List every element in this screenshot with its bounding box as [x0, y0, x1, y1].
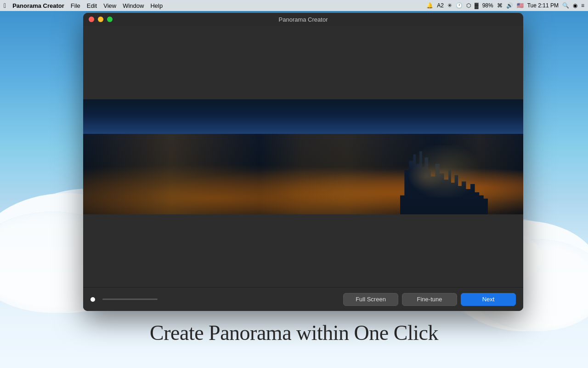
panorama-image [83, 99, 523, 214]
menu-file[interactable]: File [71, 2, 80, 9]
maximize-button[interactable] [107, 17, 113, 22]
battery-percent: 98% [482, 2, 493, 9]
menubar:  Panorama Creator File Edit View Window… [0, 0, 588, 11]
menu-edit[interactable]: Edit [87, 2, 97, 9]
finetune-button[interactable]: Fine-tune [402, 293, 457, 306]
building-lights-layer [400, 145, 488, 197]
wifi-icon[interactable]: ⌘ [497, 2, 503, 9]
top-dark-area [83, 26, 523, 99]
app-name[interactable]: Panorama Creator [12, 2, 64, 9]
extra-icon[interactable]: ✳ [447, 2, 452, 9]
next-button[interactable]: Next [461, 293, 516, 306]
battery-icon: ▓ [475, 2, 479, 9]
time-machine-icon[interactable]: 🕐 [456, 2, 463, 9]
titlebar: Panorama Creator [83, 13, 523, 26]
progress-bar [102, 299, 158, 300]
menu-help[interactable]: Help [150, 2, 163, 9]
flag-icon[interactable]: 🇺🇸 [517, 2, 524, 9]
notification-icon[interactable]: 🔔 [426, 2, 433, 9]
window-title: Panorama Creator [279, 16, 328, 23]
clock: Tue 2:11 PM [527, 2, 559, 9]
siri-icon[interactable]: ◉ [573, 2, 577, 9]
menu-view[interactable]: View [103, 2, 116, 9]
app-window: Panorama Creator [83, 13, 523, 311]
bluetooth-icon[interactable]: ⬡ [466, 2, 471, 9]
fullscreen-button[interactable]: Full Screen [343, 293, 398, 306]
adobe-icon: A2 [437, 2, 444, 9]
bottom-dark-area [83, 214, 523, 287]
menu-window[interactable]: Window [123, 2, 144, 9]
apple-menu-icon[interactable]:  [4, 2, 6, 9]
menu-extras-icon[interactable]: ≡ [581, 2, 584, 9]
tagline: Create Panorama within One Click [0, 321, 588, 345]
minimize-button[interactable] [98, 17, 103, 22]
volume-icon[interactable]: 🔊 [506, 2, 513, 9]
bottom-toolbar: Full Screen Fine-tune Next [83, 287, 523, 311]
search-icon[interactable]: 🔍 [562, 2, 569, 9]
traffic-lights [89, 17, 113, 22]
panorama-container [83, 99, 523, 214]
progress-dot [90, 297, 95, 302]
close-button[interactable] [89, 17, 94, 22]
content-area: Full Screen Fine-tune Next [83, 26, 523, 311]
